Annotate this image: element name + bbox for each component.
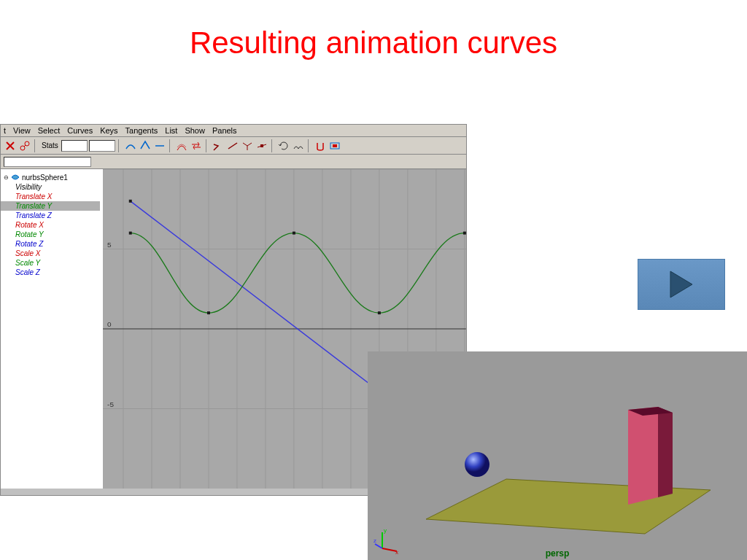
svg-line-2 (24, 145, 26, 147)
cut-key-icon[interactable] (4, 139, 17, 152)
spline-tangent-icon[interactable] (124, 139, 137, 152)
cycle-icon[interactable] (277, 139, 290, 152)
unify-tangent-icon[interactable] (226, 139, 239, 152)
channel-rotate-x[interactable]: Rotate X (4, 220, 100, 230)
menu-item[interactable]: View (13, 126, 31, 135)
persp-viewport[interactable]: y x z persp (368, 351, 747, 560)
buffer-curve-icon[interactable] (175, 139, 188, 152)
svg-rect-3 (260, 144, 263, 147)
collapse-icon[interactable]: ⊖ (4, 174, 9, 181)
separator (118, 139, 121, 152)
free-tangent-icon[interactable] (241, 139, 254, 152)
menu-item[interactable]: Show (185, 126, 205, 135)
filter-bar (1, 155, 466, 169)
channel-rotate-z[interactable]: Rotate Z (4, 239, 100, 249)
linear-tangent-icon[interactable] (139, 139, 152, 152)
cycle-offset-icon[interactable] (292, 139, 305, 152)
outliner-node[interactable]: ⊖ nurbsSphere1 (4, 172, 100, 182)
menu-item[interactable]: Tangents (125, 126, 158, 135)
svg-rect-31 (207, 311, 210, 314)
stats-label: Stats (42, 141, 58, 149)
menu-item[interactable]: Select (38, 126, 61, 135)
outliner-panel: ⊖ nurbsSphere1 VisibilityTranslate XTran… (1, 169, 103, 489)
svg-marker-46 (670, 271, 692, 298)
svg-rect-33 (378, 311, 381, 314)
channel-translate-x[interactable]: Translate X (4, 192, 100, 201)
node-label: nurbsSphere1 (22, 174, 68, 182)
svg-rect-5 (333, 144, 337, 147)
nurbs-icon (11, 173, 20, 182)
svg-text:z: z (374, 537, 376, 544)
menu-item[interactable]: Panels (212, 126, 237, 135)
separator (169, 139, 172, 152)
channel-scale-y[interactable]: Scale Y (4, 258, 100, 268)
play-icon (669, 270, 694, 299)
menu-item[interactable]: List (165, 126, 177, 135)
channel-translate-z[interactable]: Translate Z (4, 211, 100, 220)
stats-frame-input[interactable] (61, 140, 88, 152)
slide-title: Resulting animation curves (0, 0, 747, 75)
swap-buffer-icon[interactable] (190, 139, 203, 152)
separator (308, 139, 311, 152)
svg-text:x: x (395, 549, 398, 556)
channel-scale-x[interactable]: Scale X (4, 249, 100, 258)
separator (34, 139, 37, 152)
svg-marker-37 (658, 407, 673, 497)
add-key-icon[interactable] (18, 139, 31, 152)
menu-bar: t View Select Curves Keys Tangents List … (1, 125, 466, 137)
svg-rect-32 (293, 232, 295, 235)
menu-item[interactable]: Keys (100, 126, 117, 135)
flat-tangent-icon[interactable] (153, 139, 166, 152)
toolbar: Stats (1, 137, 466, 155)
channel-visibility[interactable]: Visibility (4, 182, 100, 192)
frame-all-icon[interactable] (328, 139, 341, 152)
channel-translate-y[interactable]: Translate Y (1, 201, 100, 211)
svg-point-39 (465, 452, 489, 477)
axis-gizmo: y x z (374, 526, 403, 556)
filter-input[interactable] (4, 157, 91, 167)
svg-line-42 (375, 544, 382, 548)
menu-item[interactable]: Curves (67, 126, 93, 135)
svg-marker-36 (628, 407, 658, 505)
lock-tangent-icon[interactable] (255, 139, 268, 152)
menu-item[interactable]: t (4, 126, 6, 135)
svg-rect-28 (129, 200, 132, 203)
channel-rotate-y[interactable]: Rotate Y (4, 230, 100, 239)
svg-text:y: y (384, 527, 387, 534)
svg-line-41 (382, 548, 397, 551)
stats-value-input[interactable] (89, 140, 115, 152)
break-tangent-icon[interactable] (212, 139, 225, 152)
separator (206, 139, 209, 152)
svg-rect-34 (463, 232, 466, 235)
separator (271, 139, 274, 152)
channel-scale-z[interactable]: Scale Z (4, 268, 100, 277)
viewport-label: persp (546, 548, 570, 559)
snap-icon[interactable] (314, 139, 327, 152)
svg-rect-30 (129, 232, 132, 235)
play-button[interactable] (638, 259, 725, 310)
